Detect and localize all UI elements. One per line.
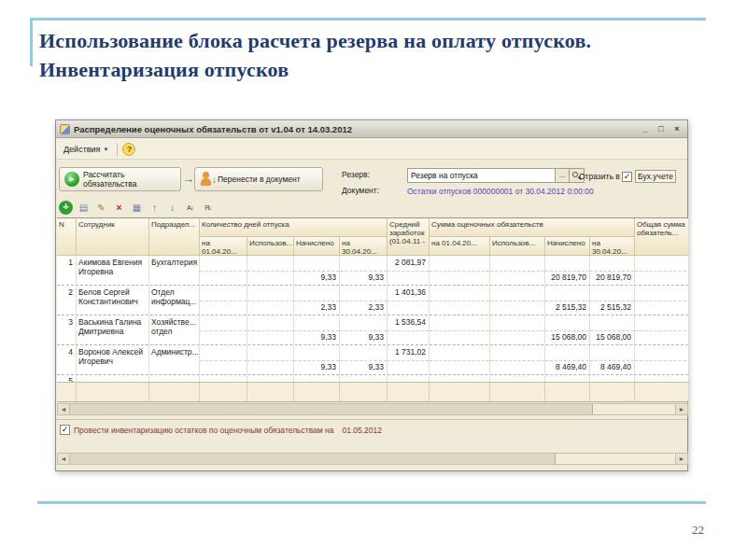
cell-dept[interactable]: Отдел информац... [149,286,200,315]
cell-days-accrued[interactable]: 9,33 [294,256,340,285]
cell-days-begin[interactable] [200,286,247,315]
sort-desc-icon[interactable]: Я↓ [201,201,215,215]
col-header-sums-begin[interactable]: на 01.04.20... [430,237,490,256]
cell-sum-accrued[interactable]: 20 819,70 [545,256,590,285]
cell-avg[interactable]: 2 081,97 [388,256,430,285]
scroll-left-icon[interactable]: ◄ [58,454,70,464]
cell-name[interactable]: Воронов Алексей Игоревич [77,345,149,374]
cell-dept[interactable]: Бухгалтерия [149,256,200,285]
col-header-days-accrued[interactable]: Начислено [294,237,340,256]
col-header-days-used[interactable]: Использов... [247,237,294,256]
cell-sum-end[interactable]: 2 515,32 [590,286,635,315]
scrollbar-thumb[interactable] [70,404,593,414]
cell-sum-used[interactable] [490,315,545,344]
cell-total[interactable] [635,345,688,374]
cell-sum-accrued[interactable]: 15 068,00 [545,315,590,344]
cell-total[interactable] [635,315,688,344]
col-header-n[interactable]: N [57,218,77,256]
cell-sum-end[interactable]: 15 068,00 [590,315,635,344]
cell-days-accrued[interactable]: 9,33 [294,345,340,374]
cell-name[interactable]: Васькина Галина Дмитриевна [77,315,149,344]
table-row[interactable]: 1 Акимова Евгения Игоревна Бухгалтерия 9… [57,256,688,286]
scroll-right-icon[interactable]: ► [675,404,687,414]
cell-n[interactable]: 2 [57,286,77,315]
reserve-input[interactable]: Резерв на отпуска ... [407,168,585,183]
col-header-sums-used[interactable]: Использов... [490,237,545,256]
cell-avg[interactable]: 1 401,36 [388,286,430,315]
help-icon[interactable]: ? [122,143,135,156]
table-row[interactable]: 4 Воронов Алексей Игоревич Администр... … [57,345,688,375]
grid-icon[interactable]: ▦ [130,201,144,215]
cell-name[interactable]: Белов Сергей Константинович [77,286,149,315]
cell-days-begin[interactable] [200,315,247,344]
inventory-date-field[interactable]: 01.05.2012 [342,426,382,435]
col-header-days-begin[interactable]: на 01.04.20... [200,237,247,256]
cell-avg[interactable]: 1 536,54 [388,315,430,344]
cell-sum-accrued[interactable]: 2 515,32 [545,286,590,315]
cell-dept[interactable]: Администр... [149,345,200,374]
form-horizontal-scrollbar[interactable]: ◄ ► [57,453,688,465]
scroll-left-icon[interactable]: ◄ [58,404,70,414]
cell-dept[interactable] [149,375,200,382]
cell-days-begin[interactable] [200,256,247,285]
cell-name[interactable]: Акимова Евгения Игоревна [77,256,149,285]
close-button[interactable]: × [670,123,684,135]
lookup-button[interactable]: ... [555,169,569,182]
table-row-clipped[interactable]: 5 [57,375,688,383]
col-header-sums-end[interactable]: на 30.04.20... [590,237,635,256]
actions-menu[interactable]: Действия ▼ [60,143,112,156]
document-link[interactable]: Остатки отпусков 000000001 от 30.04.2012… [407,187,594,196]
cell-days-used[interactable] [247,345,294,374]
reflect-accounting-checkbox[interactable]: ✓ Бух.учете [622,170,676,183]
cell-sum-begin[interactable] [430,345,490,374]
scroll-right-icon[interactable]: ► [675,454,687,464]
cell-n[interactable]: 4 [57,345,77,374]
add-icon[interactable]: + [59,201,73,215]
cell-days-end[interactable]: 9,33 [340,256,388,285]
checkbox-checked-icon[interactable]: ✓ [60,425,70,435]
col-header-department[interactable]: Подраздел... [149,218,200,256]
delete-icon[interactable]: × [112,201,126,215]
table-horizontal-scrollbar[interactable]: ◄ ► [57,403,688,415]
cell-days-begin[interactable] [200,345,247,374]
col-header-avg[interactable]: Средний заработок (01.04.11 - [388,218,430,256]
move-down-icon[interactable]: ↓ [165,201,179,215]
move-up-icon[interactable]: ↑ [148,201,162,215]
col-header-sums-accrued[interactable]: Начислено [545,237,590,256]
cell-sum-accrued[interactable]: 8 469,40 [545,345,590,374]
cell-sum-begin[interactable] [430,256,490,285]
cell-days-used[interactable] [247,315,294,344]
cell-days-used[interactable] [247,256,294,285]
sort-asc-icon[interactable]: А↓ [183,201,197,215]
col-header-total[interactable]: Общая сумма обязатель... [635,218,688,256]
cell-sum-begin[interactable] [430,315,490,344]
cell-name[interactable] [77,375,149,382]
col-group-sums[interactable]: Сумма оценочных обязательств [430,218,635,237]
cell-days-end[interactable]: 2,33 [340,286,388,315]
cell-dept[interactable]: Хозяйстве... отдел [149,315,200,344]
cell-avg[interactable]: 1 731,02 [388,345,430,374]
cell-n[interactable]: 5 [57,375,77,382]
cell-days-end[interactable]: 9,33 [340,315,388,344]
table-row[interactable]: 2 Белов Сергей Константинович Отдел инфо… [57,286,688,315]
scrollbar-thumb[interactable] [70,454,556,464]
cell-n[interactable]: 1 [57,256,77,285]
cell-sum-end[interactable]: 8 469,40 [590,345,635,374]
col-header-employee[interactable]: Сотрудник [77,218,149,256]
cell-days-accrued[interactable]: 2,33 [294,286,340,315]
checkbox-checked-icon[interactable]: ✓ [622,172,632,182]
cell-n[interactable]: 3 [57,315,77,344]
cell-total[interactable] [635,256,688,285]
transfer-to-document-button[interactable]: ↓ Перенести в документ [194,167,323,191]
col-header-days-end[interactable]: на 30.04.20... [340,237,388,256]
cell-days-used[interactable] [247,286,294,315]
copy-icon[interactable]: ▤ [77,201,91,215]
cell-sum-begin[interactable] [430,286,490,315]
cell-total[interactable] [635,286,688,315]
cell-sum-used[interactable] [490,256,545,285]
cell-sum-end[interactable]: 20 819,70 [590,256,635,285]
cell-days-end[interactable]: 9,33 [340,345,388,374]
cell-sum-used[interactable] [490,345,545,374]
table-row[interactable]: 3 Васькина Галина Дмитриевна Хозяйстве..… [57,315,688,345]
col-group-days[interactable]: Количество дней отпуска [200,218,388,237]
